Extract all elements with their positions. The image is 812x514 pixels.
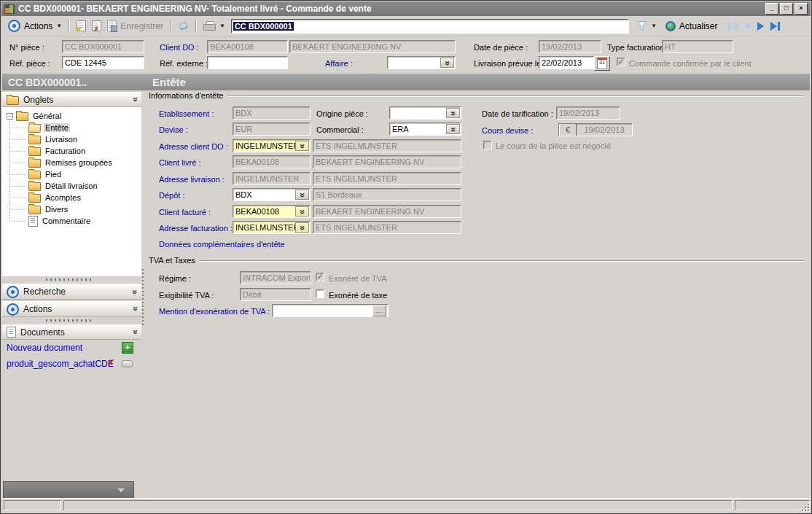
tree-item-livraison[interactable]: Livraison	[28, 133, 79, 145]
entete-section-title: Entête	[152, 76, 186, 88]
actualiser-icon	[665, 21, 676, 31]
adresse-client-do-label[interactable]: Adresse client DO :	[159, 142, 228, 151]
client-do-name-field: BEKAERT ENGINEERING NV	[289, 40, 456, 53]
refresh-button[interactable]	[175, 19, 192, 33]
origine-combo-button[interactable]: »	[446, 108, 460, 118]
refresh-data-button[interactable]: Actualiser	[663, 20, 721, 33]
first-record-button[interactable]	[728, 22, 738, 31]
euro-button[interactable]: €	[559, 123, 577, 136]
origine-piece-label: Origine pièce :	[316, 109, 368, 118]
origine-piece-combo[interactable]: »	[389, 106, 461, 120]
tree-expander-icon[interactable]: -	[7, 113, 13, 120]
affaire-combo[interactable]: »	[387, 56, 456, 69]
etablissement-label: Etablissement :	[159, 109, 214, 118]
expand-panel-icon[interactable]: »	[131, 289, 138, 294]
tree-item-acomptes[interactable]: Acomptes	[28, 192, 82, 203]
sidebar-main-splitter[interactable]	[142, 269, 144, 326]
actions-panel-header[interactable]: Actions «	[2, 301, 141, 317]
resize-grip[interactable]	[800, 502, 809, 511]
exigibilite-tva-label: Exigibilité TVA :	[159, 291, 214, 300]
filter-button[interactable]: ▼	[633, 19, 660, 33]
livraison-prevue-field[interactable]: 22/02/2013	[539, 56, 594, 69]
client-do-code-field: BEKA00108	[207, 40, 288, 53]
exonere-tva-label: Exonéré de TVA	[329, 274, 387, 283]
commande-confirmee-checkbox[interactable]: ✓	[617, 58, 625, 66]
tree-item-facturation[interactable]: Facturation	[28, 145, 87, 157]
application-window: CC BDX000001- BEKAERT ENGINEERING NV- To…	[0, 0, 812, 514]
affaire-label[interactable]: Affaire :	[325, 59, 353, 68]
commercial-combo[interactable]: ERA »	[389, 122, 461, 136]
panel-splitter-handle[interactable]	[46, 279, 94, 281]
ellipsis-button[interactable]: ...	[372, 305, 386, 316]
status-panel-right	[735, 500, 810, 510]
mention-exoneration-label[interactable]: Mention d'exonération de TVA :	[159, 307, 270, 316]
exonere-tva-checkbox[interactable]: ✓	[316, 273, 324, 281]
document-icon	[7, 327, 16, 338]
adresse-client-do-combo-button[interactable]: »	[295, 141, 309, 151]
client-facture-combo-button[interactable]: »	[295, 206, 309, 217]
print-document-item-icon[interactable]	[122, 360, 133, 367]
tree-item-general[interactable]: - Général	[7, 110, 63, 122]
maximize-button[interactable]: □	[780, 3, 793, 15]
toolbar-separator	[170, 20, 171, 33]
mention-exoneration-field[interactable]: ...	[272, 304, 389, 317]
app-icon	[4, 4, 15, 14]
delete-document-item-icon[interactable]: ✗	[107, 358, 114, 368]
depot-combo[interactable]: BDX »	[233, 188, 311, 201]
adresse-facturation-combo[interactable]: INGELMUNSTER »	[233, 221, 311, 234]
actions-menu-button[interactable]: Actions ▼	[5, 18, 65, 34]
recherche-panel-header[interactable]: Recherche »	[2, 284, 141, 300]
tree-item-pied[interactable]: Pied	[28, 168, 63, 180]
commercial-combo-button[interactable]: »	[446, 124, 460, 134]
chevron-down-icon: »	[299, 225, 306, 230]
tree-item-remises-groupees[interactable]: Remises groupées	[28, 157, 114, 168]
tree-item-divers[interactable]: Divers	[28, 203, 69, 215]
adresse-facturation-combo-button[interactable]: »	[295, 222, 309, 233]
donnees-complementaires-link[interactable]: Données complémentaires d'entête	[159, 240, 285, 249]
next-record-button[interactable]	[757, 22, 764, 31]
client-facture-label[interactable]: Client facturé :	[159, 208, 211, 217]
document-item-link[interactable]: produit_gescom_achatCDE	[7, 359, 114, 369]
chevron-down-icon: »	[299, 144, 306, 148]
adresse-facturation-label[interactable]: Adresse facturation :	[159, 224, 233, 233]
folder-icon	[28, 171, 41, 179]
minimize-button[interactable]: _	[765, 3, 778, 15]
client-facture-combo[interactable]: BEKA00108 »	[233, 205, 311, 218]
collapse-panel-icon[interactable]: «	[131, 307, 138, 311]
document-reference-input[interactable]: CC BDX000001	[231, 19, 629, 34]
client-do-label[interactable]: Client DO :	[160, 43, 199, 52]
collapse-panel-icon[interactable]: «	[131, 98, 138, 102]
new-document-button[interactable]: ★	[74, 19, 89, 33]
tree-item-commentaire[interactable]: Commentaire	[28, 215, 92, 227]
exonere-taxe-checkbox[interactable]	[316, 289, 324, 298]
ref-piece-field[interactable]: CDE 12445	[62, 56, 144, 69]
window-title: CC BDX000001- BEKAERT ENGINEERING NV- To…	[18, 4, 372, 14]
collapse-panel-icon[interactable]: «	[131, 330, 138, 335]
document-icon	[28, 216, 38, 227]
folder-icon	[28, 136, 41, 144]
documents-panel-header[interactable]: Documents «	[2, 324, 141, 340]
onglets-panel-header[interactable]: Onglets «	[2, 92, 141, 107]
adresse-client-do-combo[interactable]: INGELMUNSTER »	[233, 139, 311, 152]
commande-confirmee-label: Commande confirmée par le client	[629, 59, 752, 68]
calendar-button[interactable]: 31	[594, 56, 610, 71]
tree-item-entete[interactable]: Entête	[28, 122, 70, 133]
affaire-combo-button[interactable]: »	[440, 58, 454, 68]
cours-negocie-checkbox[interactable]	[483, 141, 492, 149]
print-button[interactable]: ▼	[200, 20, 228, 32]
tree-item-detail-livraison[interactable]: Détail livraison	[28, 180, 99, 192]
new-document-link[interactable]: Nouveau document	[7, 343, 82, 353]
panel-splitter-handle[interactable]	[46, 319, 94, 322]
cours-devise-label[interactable]: Cours devise :	[482, 126, 533, 135]
livraison-prevue-label: Livraison prévue le :	[474, 59, 545, 68]
ref-externe-field[interactable]	[207, 56, 288, 69]
depot-combo-button[interactable]: »	[295, 190, 309, 200]
previous-record-button[interactable]	[744, 22, 751, 31]
first-record-icon	[731, 22, 738, 31]
close-button[interactable]: ×	[795, 3, 808, 15]
delete-document-button[interactable]: ✗	[89, 19, 104, 33]
add-document-button[interactable]: +	[122, 342, 133, 354]
sidebar-bottom-dropdown[interactable]	[3, 481, 134, 499]
last-record-button[interactable]	[770, 22, 780, 31]
save-button[interactable]: Enregistrer	[104, 19, 166, 33]
